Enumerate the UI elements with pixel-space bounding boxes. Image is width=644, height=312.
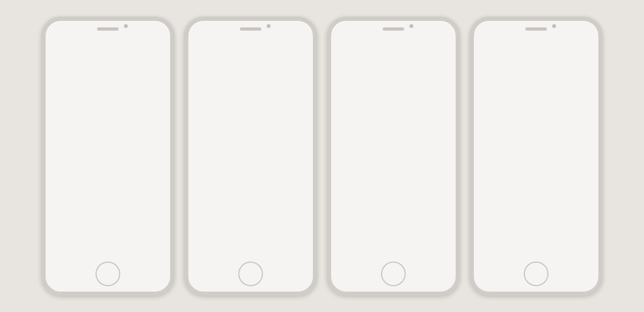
chevron-posture: › <box>447 245 448 251</box>
empty-state: You have not scheduled any habits for to… <box>46 60 170 92</box>
break-icon: ◷ <box>339 206 349 216</box>
chevron-drink-water: › <box>447 133 448 139</box>
chevron-write: › <box>304 66 305 72</box>
monthly-icon: 📅 <box>558 76 567 84</box>
chevron-fitness: › <box>304 114 305 120</box>
chevron-health: › <box>304 95 305 101</box>
toggle-off-btn[interactable]: off <box>578 156 591 163</box>
today-button[interactable]: Today <box>137 254 159 263</box>
chevron-break: › <box>447 208 448 214</box>
vitamins-icon: 💊 <box>339 187 349 198</box>
category-home[interactable]: ⌂ Home › <box>188 127 313 146</box>
back-link-3[interactable]: Back <box>338 49 350 56</box>
brush-floss-text: Brush & floss <box>354 151 442 158</box>
chevron-home: › <box>304 133 305 139</box>
howto-title: How to use Productive <box>46 92 170 103</box>
phone-2: T-Mobile Wi-Fi ▾ 10:52 AM @ ¥ 1 88% ■ Ba… <box>184 17 317 296</box>
phone-camera-3 <box>409 24 413 28</box>
category-social[interactable]: ♟ Social › <box>188 164 313 183</box>
chevron-eat-fruit: › <box>447 114 448 120</box>
habit-vitamins[interactable]: 💊 Take vitamins › <box>331 183 456 202</box>
category-health[interactable]: ✚ Health › <box>188 89 313 108</box>
multiple-row: ≡ Set multiple on off <box>474 151 598 168</box>
caffeine-text: Limit caffeine <box>354 226 442 234</box>
nav-bar-3: Back Health <box>331 46 456 60</box>
chevron-time: › <box>589 139 591 145</box>
day-th-btn[interactable]: t <box>545 108 558 121</box>
habit-medication[interactable]: ✚ Take medication › <box>331 164 456 183</box>
time-1: 10:52 AM <box>102 39 120 43</box>
tip-swipe-right-text: Swipe right for done <box>69 121 117 127</box>
weekly-label: weekly <box>525 85 540 90</box>
tip-pull-down: ⬇ Pull down to add <box>46 103 170 117</box>
time-4: 10:52 AM <box>530 39 548 43</box>
time-row[interactable]: ◷ At any time of day › <box>474 134 598 151</box>
stats-link[interactable]: Stats <box>52 49 65 56</box>
category-fitness[interactable]: ⊕ Fitness › <box>188 108 313 127</box>
day-s2[interactable]: S <box>124 253 135 263</box>
menu-link[interactable]: Menu <box>149 49 164 56</box>
day-m-btn[interactable]: m <box>500 108 513 121</box>
day-w-btn[interactable]: w <box>530 108 543 121</box>
weekly-option[interactable]: ⠿ weekly <box>520 74 546 94</box>
back-link-4[interactable]: Back <box>480 49 493 56</box>
chevron-social: › <box>304 170 305 176</box>
day-t1[interactable]: T <box>57 253 68 263</box>
day-s-btn[interactable]: s <box>485 108 497 121</box>
vitamins-text: Take vitamins <box>354 188 442 196</box>
daily-icon: ◷ <box>503 76 509 85</box>
category-efficiency[interactable]: ◷ Efficiency › <box>188 183 313 202</box>
tip-tap-days-text: Tap days to switch <box>69 163 113 169</box>
efficiency-icon: ◷ <box>196 187 207 198</box>
will-do-label: I will do it <box>474 124 598 134</box>
medication-icon: ✚ <box>339 168 349 179</box>
habit-posture[interactable]: ⬆ Check my posture › <box>331 240 456 258</box>
habit-eat-fruit[interactable]: 🍏 Eat some fruit › <box>331 108 456 127</box>
day-f-btn[interactable]: f <box>560 108 573 121</box>
habit-eat-meal[interactable]: 🍴 Eat a good meal › <box>331 89 456 108</box>
drink-water-text: Drink some water <box>354 132 442 140</box>
carrier-2: T-Mobile Wi-Fi ▾ <box>194 39 225 43</box>
day-t2[interactable]: T <box>84 253 94 263</box>
hobbies-icon: ★ <box>196 149 207 160</box>
monthly-option[interactable]: 📅 monthly <box>548 74 576 94</box>
day-selector: s m t w t f s <box>474 106 598 124</box>
day-sa-btn[interactable]: s <box>575 108 588 121</box>
daily-label: daily <box>501 86 511 91</box>
tip-swipe-left-text: Swipe left to skip <box>69 135 109 141</box>
choose-topics-label: Or choose from these topics <box>188 79 313 89</box>
carrier-1: T-Mobile Wi-Fi ▾ <box>51 39 82 43</box>
nav-bar-2: Back Habits <box>188 46 313 60</box>
screen-habits: T-Mobile Wi-Fi ▾ 10:52 AM @ ¥ 1 88% ■ Ba… <box>188 37 313 263</box>
habit-drink-water[interactable]: 💧 Drink some water › <box>331 127 456 146</box>
health-icon: ✚ <box>196 93 207 104</box>
status-bar-2: T-Mobile Wi-Fi ▾ 10:52 AM @ ¥ 1 88% ■ <box>188 37 313 46</box>
drink-water-icon: 💧 <box>339 130 349 141</box>
day-s1[interactable]: S <box>111 253 121 263</box>
write-own-item[interactable]: ✏ Write my own › <box>188 60 313 79</box>
write-own-item-3[interactable]: ✏ Write my own › <box>331 60 456 79</box>
carrier-3: T-Mobile Wi-Fi ▾ <box>336 39 368 43</box>
nav-bar-1: Stats Productive Menu <box>46 46 170 60</box>
phone-camera-1 <box>124 24 128 28</box>
tip-tap-days: ✕ Tap days to switch <box>46 159 170 173</box>
day-w[interactable]: W <box>70 253 81 263</box>
toggle-on-btn[interactable]: on <box>564 156 577 163</box>
day-f[interactable]: F <box>97 253 108 263</box>
eat-fruit-text: Eat some fruit <box>354 113 442 121</box>
category-hobbies[interactable]: ★ Hobbies › <box>188 146 313 164</box>
back-link-2[interactable]: Back <box>195 49 208 56</box>
hobbies-text: Hobbies <box>211 151 299 158</box>
daily-option[interactable]: ◷ daily <box>496 74 517 94</box>
done-link[interactable]: Done <box>578 49 592 56</box>
phone-4: T-Mobile Wi-Fi ▾ 10:52 AM @ ¥ 1 88% ■ Ba… <box>470 17 603 296</box>
status-bar-3: T-Mobile Wi-Fi ▾ 10:52 AM @ ¥ 1 88% ■ <box>331 37 456 46</box>
toggle-group: on off <box>564 156 591 163</box>
weekly-icon: ⠿ <box>530 76 535 84</box>
fitness-icon: ⊕ <box>196 112 207 122</box>
habit-caffeine[interactable]: ☕ Limit caffeine › <box>331 221 456 240</box>
habit-brush-floss[interactable]: 🦷 Brush & floss › <box>331 146 456 164</box>
day-t-btn[interactable]: t <box>515 108 528 121</box>
habit-break[interactable]: ◷ Take a break › <box>331 202 456 221</box>
chevron-medication: › <box>447 170 448 176</box>
